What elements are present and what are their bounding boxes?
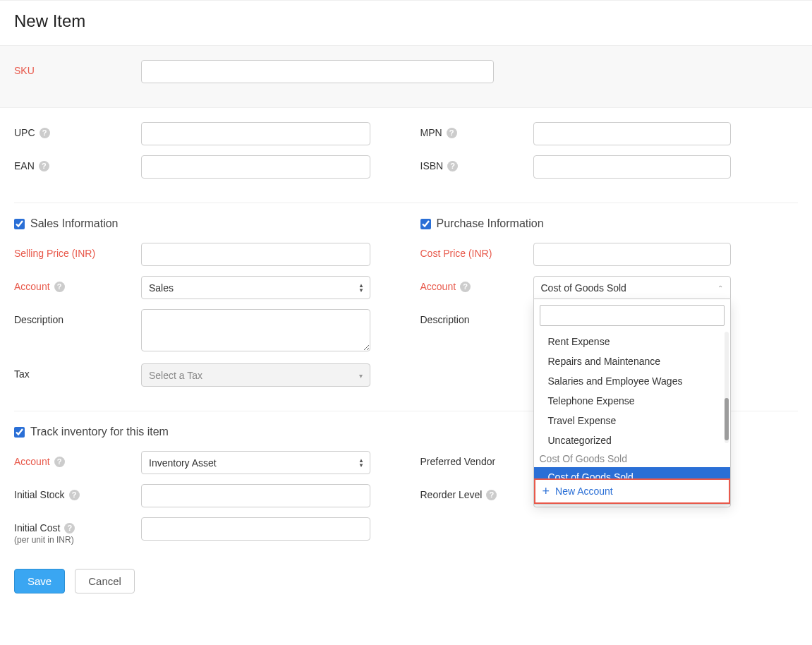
ean-label: EAN ? [14,155,141,171]
help-icon: ? [39,161,49,171]
sku-label: SKU [14,60,141,76]
help-icon: ? [64,523,75,534]
initial-cost-label: Initial Cost ? [14,522,141,534]
initial-cost-sublabel: (per unit in INR) [14,535,141,545]
sku-input[interactable] [141,60,494,83]
initial-stock-input[interactable] [141,484,370,507]
purchase-info-checkbox[interactable] [420,219,431,229]
inventory-account-label: Account ? [14,451,141,467]
sales-description-input[interactable] [141,309,370,351]
chevron-down-icon: ▾ [359,371,363,379]
cost-price-input[interactable] [533,243,731,266]
save-button[interactable]: Save [14,569,65,593]
upc-input[interactable] [141,122,370,145]
purchase-info-label[interactable]: Purchase Information [437,217,544,230]
sales-account-label: Account ? [14,276,141,292]
mpn-label: MPN ? [420,122,533,138]
sales-description-label: Description [14,309,141,325]
account-option[interactable]: Repairs and Maintenance [534,351,730,371]
sales-info-checkbox[interactable] [14,219,25,229]
account-option[interactable]: Rent Expense [534,332,730,351]
tax-label: Tax [14,363,141,380]
cost-price-label: Cost Price (INR) [420,243,533,259]
help-icon: ? [40,128,50,138]
preferred-vendor-label: Preferred Vendor [420,451,533,467]
account-option[interactable]: Uncategorized [534,430,730,450]
plus-icon: + [543,486,550,496]
isbn-input[interactable] [533,155,731,179]
initial-cost-input[interactable] [141,517,370,541]
help-icon: ? [54,457,65,467]
account-option[interactable]: Travel Expense [534,411,730,430]
new-account-button[interactable]: + New Account [534,478,730,504]
help-icon: ? [486,490,497,500]
account-dropdown-panel: Rent Expense Repairs and Maintenance Sal… [533,299,731,505]
mpn-input[interactable] [533,122,731,145]
page-title: New Item [0,1,812,45]
cancel-button[interactable]: Cancel [75,569,135,593]
account-option[interactable]: Telephone Expense [534,391,730,411]
account-option[interactable]: Salaries and Employee Wages [534,371,730,391]
sales-info-label[interactable]: Sales Information [30,217,119,230]
tax-select[interactable]: Select a Tax ▾ [141,363,370,387]
account-group-label: Cost Of Goods Sold [534,450,730,467]
inventory-account-select[interactable]: Inventory Asset ▲▼ [141,451,370,474]
chevron-up-icon: ⌃ [717,284,723,291]
track-inventory-checkbox[interactable] [14,427,25,438]
isbn-label: ISBN ? [420,155,533,171]
selling-price-input[interactable] [141,243,370,266]
track-inventory-label[interactable]: Track inventory for this item [30,426,169,438]
reorder-level-label: Reorder Level ? [420,484,533,500]
purchase-account-label: Account ? [420,276,533,292]
help-icon: ? [54,282,65,292]
ean-input[interactable] [141,155,370,179]
purchase-description-label: Description [420,309,533,325]
chevron-updown-icon: ▲▼ [358,283,364,292]
sales-account-select[interactable]: Sales ▲▼ [141,276,370,299]
purchase-account-select[interactable]: Cost of Goods Sold ⌃ [533,276,731,299]
help-icon: ? [69,490,80,500]
account-search-input[interactable] [540,305,725,326]
scrollbar-thumb[interactable] [725,398,729,440]
chevron-updown-icon: ▲▼ [358,458,364,467]
upc-label: UPC ? [14,122,141,138]
account-option-list[interactable]: Rent Expense Repairs and Maintenance Sal… [534,332,730,478]
initial-stock-label: Initial Stock ? [14,484,141,500]
selling-price-label: Selling Price (INR) [14,243,141,259]
help-icon: ? [460,282,471,292]
help-icon: ? [447,128,457,138]
account-option-selected[interactable]: Cost of Goods Sold [534,467,730,478]
help-icon: ? [447,161,458,171]
